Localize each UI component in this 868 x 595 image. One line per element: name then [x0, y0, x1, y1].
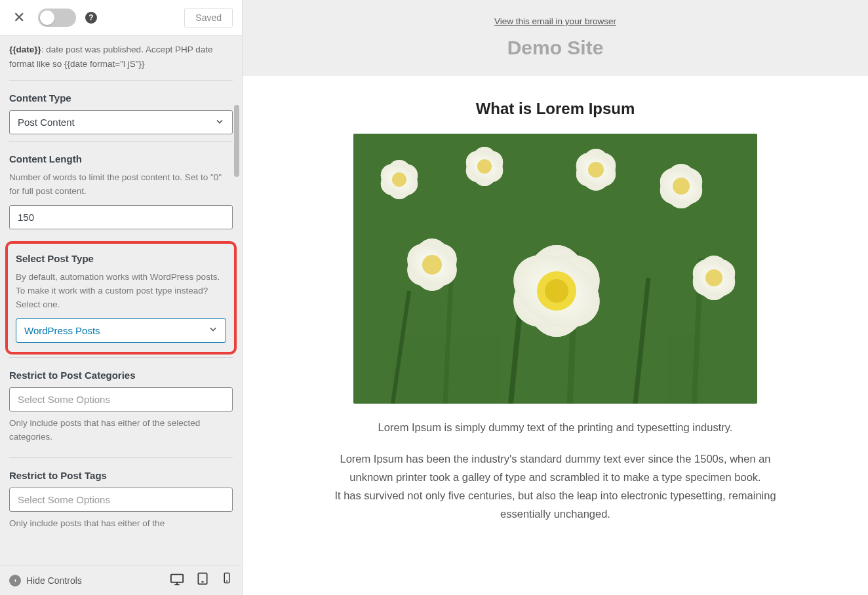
- tags-section: Restrict to Post Tags Select Some Option…: [9, 457, 233, 544]
- sidebar-scrollbar[interactable]: [234, 105, 239, 177]
- post-type-select[interactable]: WordPress Posts: [16, 318, 226, 343]
- svg-rect-0: [171, 575, 183, 583]
- site-name: Demo Site: [243, 37, 868, 59]
- svg-point-42: [673, 178, 690, 195]
- sidebar-body: {{date}}: date post was published. Accep…: [0, 36, 242, 565]
- toggle-knob: [40, 10, 54, 25]
- content-type-section: Content Type Post Content: [9, 80, 233, 141]
- hide-controls-label: Hide Controls: [26, 575, 82, 586]
- content-length-section: Content Length Number of words to limit …: [9, 141, 233, 236]
- app-root: ✕ ? Saved {{date}}: date post was publis…: [0, 0, 868, 595]
- content-length-input[interactable]: [9, 205, 233, 229]
- post-paragraph-2a: Lorem Ipsum has been the industry's stan…: [340, 453, 770, 483]
- tags-desc: Only include posts that has either of th…: [9, 517, 233, 531]
- post-paragraph-2b: It has survived not only five centuries,…: [334, 489, 776, 520]
- settings-sidebar: ✕ ? Saved {{date}}: date post was publis…: [0, 0, 243, 595]
- hide-controls-button[interactable]: Hide Controls: [9, 575, 82, 586]
- enable-toggle[interactable]: [38, 9, 76, 27]
- post-paragraph-1: Lorem Ipsum is simply dummy text of the …: [326, 418, 785, 436]
- hint-tag: {{date}}: [9, 45, 41, 54]
- close-button[interactable]: ✕: [9, 9, 29, 26]
- desktop-icon[interactable]: [170, 572, 184, 588]
- categories-label: Restrict to Post Categories: [9, 370, 233, 381]
- svg-point-56: [422, 255, 442, 275]
- content-type-label: Content Type: [9, 92, 233, 104]
- content-type-select[interactable]: Post Content: [9, 110, 233, 134]
- categories-desc: Only include posts that has either of th…: [9, 417, 233, 444]
- tablet-icon[interactable]: [196, 572, 209, 588]
- mobile-icon[interactable]: [221, 572, 233, 588]
- svg-point-21: [392, 172, 406, 187]
- arrow-left-icon: [9, 575, 21, 586]
- device-preview-icons: [170, 572, 233, 588]
- svg-point-6: [227, 581, 227, 581]
- svg-point-49: [705, 269, 722, 286]
- svg-point-28: [477, 159, 492, 174]
- categories-multiselect[interactable]: Select Some Options: [9, 387, 233, 412]
- post-type-highlight: Select Post Type By default, automation …: [5, 241, 237, 355]
- post-type-label: Select Post Type: [16, 253, 226, 264]
- tags-label: Restrict to Post Tags: [9, 470, 233, 481]
- save-button[interactable]: Saved: [184, 8, 233, 28]
- post-title: What is Lorem Ipsum: [282, 100, 829, 118]
- post-featured-image: [353, 134, 757, 404]
- preview-header: View this email in your browser Demo Sit…: [243, 0, 868, 76]
- header-left: ✕ ?: [9, 9, 97, 27]
- svg-point-64: [545, 279, 568, 303]
- content-length-desc: Number of words to limit the post conten…: [9, 171, 233, 199]
- content-length-label: Content Length: [9, 153, 233, 164]
- tags-multiselect[interactable]: Select Some Options: [9, 488, 233, 512]
- view-in-browser-link[interactable]: View this email in your browser: [494, 16, 616, 26]
- post-paragraph-2: Lorem Ipsum has been the industry's stan…: [326, 450, 785, 523]
- post-type-desc: By default, automation works with WordPr…: [16, 271, 226, 312]
- close-icon: ✕: [13, 9, 25, 26]
- sidebar-header: ✕ ? Saved: [0, 0, 242, 36]
- svg-point-35: [588, 162, 604, 178]
- sidebar-footer: Hide Controls: [0, 565, 242, 595]
- email-preview: View this email in your browser Demo Sit…: [243, 0, 868, 595]
- categories-section: Restrict to Post Categories Select Some …: [9, 357, 233, 457]
- preview-body: What is Lorem Ipsum: [243, 76, 868, 560]
- template-tag-hint: {{date}}: date post was published. Accep…: [9, 36, 233, 80]
- help-icon[interactable]: ?: [85, 12, 97, 24]
